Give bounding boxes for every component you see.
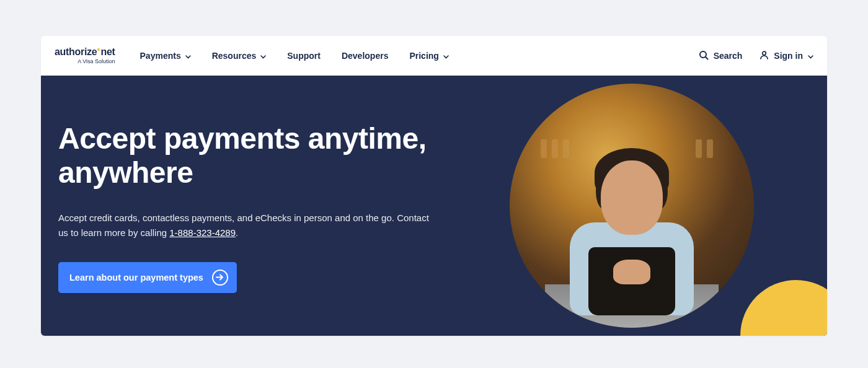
- logo-text: authorizenet: [55, 47, 115, 57]
- main-navbar: authorizenet A Visa Solution Payments Re…: [41, 36, 827, 76]
- hero-description: Accept credit cards, contactless payment…: [58, 211, 430, 240]
- decorative-yellow-circle: [740, 280, 827, 336]
- nav-label: Support: [287, 51, 321, 61]
- logo-pre: authorize: [55, 46, 97, 57]
- hero-desc-text: Accept credit cards, contactless payment…: [58, 212, 429, 237]
- nav-label: Resources: [212, 51, 257, 61]
- user-icon: [760, 50, 769, 61]
- nav-item-resources[interactable]: Resources: [212, 51, 267, 61]
- logo-subtitle: A Visa Solution: [78, 58, 115, 64]
- hero-image: [510, 84, 754, 328]
- logo-post: net: [100, 46, 115, 57]
- chevron-down-icon: [260, 51, 266, 61]
- chevron-down-icon: [808, 51, 813, 61]
- nav-right: Search Sign in: [699, 50, 813, 62]
- hero-content: Accept payments anytime, anywhere Accept…: [58, 121, 455, 293]
- nav-item-pricing[interactable]: Pricing: [409, 51, 448, 61]
- arrow-right-circle-icon: [212, 269, 228, 286]
- page-container: authorizenet A Visa Solution Payments Re…: [41, 36, 827, 336]
- hero-desc-post: .: [236, 227, 238, 238]
- nav-label: Payments: [140, 51, 181, 61]
- nav-links: Payments Resources Support Developers Pr…: [140, 51, 674, 61]
- search-label: Search: [714, 51, 743, 61]
- nav-item-developers[interactable]: Developers: [342, 51, 388, 61]
- signin-button[interactable]: Sign in: [760, 50, 813, 61]
- chevron-down-icon: [443, 51, 449, 61]
- logo[interactable]: authorizenet A Visa Solution: [55, 47, 115, 64]
- learn-payment-types-button[interactable]: Learn about our payment types: [58, 262, 237, 293]
- nav-item-payments[interactable]: Payments: [140, 51, 191, 61]
- person-illustration: [545, 117, 719, 328]
- hero-title: Accept payments anytime, anywhere: [58, 121, 455, 190]
- signin-label: Sign in: [774, 51, 803, 61]
- cta-label: Learn about our payment types: [69, 273, 203, 283]
- nav-label: Pricing: [409, 51, 438, 61]
- logo-dot-icon: [97, 48, 100, 51]
- search-button[interactable]: Search: [699, 50, 743, 62]
- hero-section: Accept payments anytime, anywhere Accept…: [41, 76, 827, 336]
- svg-point-1: [763, 51, 766, 55]
- phone-link[interactable]: 1-888-323-4289: [169, 227, 236, 238]
- nav-item-support[interactable]: Support: [287, 51, 321, 61]
- nav-label: Developers: [342, 51, 388, 61]
- chevron-down-icon: [185, 51, 191, 61]
- search-icon: [699, 50, 709, 62]
